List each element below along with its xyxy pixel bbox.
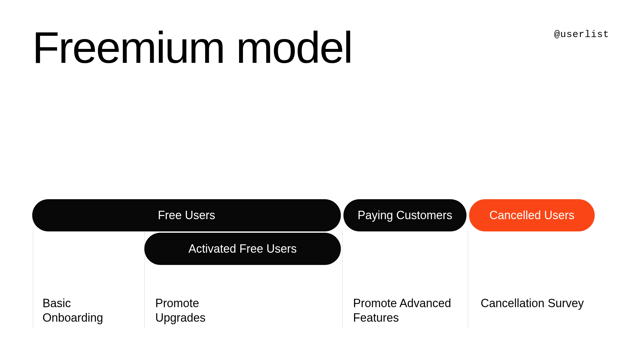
slide-title: Freemium model xyxy=(32,25,352,70)
divider-line xyxy=(33,231,33,328)
slide: Freemium model @userlist Free Users Payi… xyxy=(0,0,644,361)
caption-promote-advanced: Promote AdvancedFeatures xyxy=(353,296,451,325)
pill-free-users: Free Users xyxy=(32,199,341,231)
pill-label: Activated Free Users xyxy=(188,242,297,256)
divider-line xyxy=(468,231,468,328)
divider-line xyxy=(342,231,342,328)
pill-label: Paying Customers xyxy=(358,209,452,222)
pill-activated-free-users: Activated Free Users xyxy=(144,233,341,265)
pill-paying-customers: Paying Customers xyxy=(343,199,466,231)
caption-basic-onboarding: BasicOnboarding xyxy=(43,296,103,325)
caption-cancellation-survey: Cancellation Survey xyxy=(481,296,584,310)
pill-label: Free Users xyxy=(158,209,215,222)
pill-cancelled-users: Cancelled Users xyxy=(469,199,595,231)
twitter-handle: @userlist xyxy=(554,29,609,40)
pill-label: Cancelled Users xyxy=(489,209,574,222)
freemium-diagram: Free Users Paying Customers Cancelled Us… xyxy=(32,199,612,328)
caption-promote-upgrades: PromoteUpgrades xyxy=(155,296,206,325)
